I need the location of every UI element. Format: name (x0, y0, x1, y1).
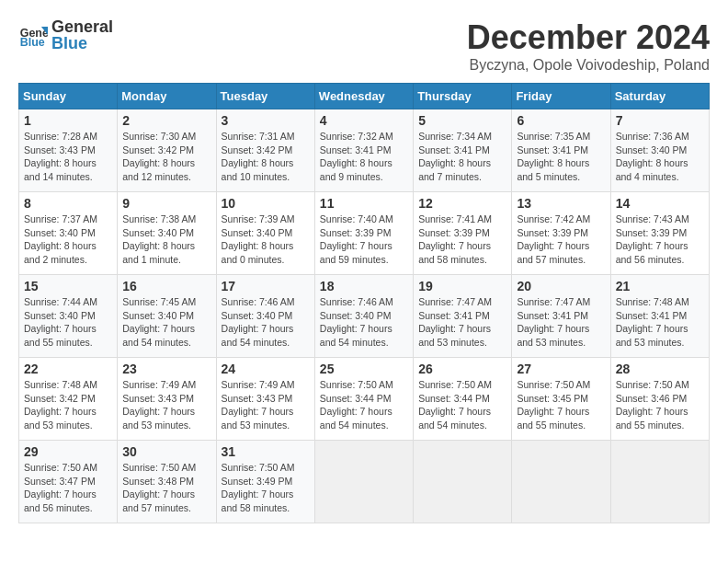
header-day-tuesday: Tuesday (216, 84, 314, 109)
header-day-saturday: Saturday (610, 84, 709, 109)
day-number: 20 (517, 279, 605, 293)
calendar-cell: 23 Sunrise: 7:49 AM Sunset: 3:43 PM Dayl… (118, 358, 216, 441)
calendar-cell (512, 441, 610, 523)
header-day-friday: Friday (512, 84, 610, 109)
day-info: Sunrise: 7:50 AM Sunset: 3:44 PM Dayligh… (320, 378, 408, 432)
day-number: 8 (24, 196, 112, 211)
day-number: 23 (122, 362, 210, 376)
day-number: 27 (517, 362, 605, 376)
day-number: 14 (616, 196, 704, 211)
day-info: Sunrise: 7:35 AM Sunset: 3:41 PM Dayligh… (517, 130, 605, 184)
calendar-cell: 5 Sunrise: 7:34 AM Sunset: 3:41 PM Dayli… (414, 109, 512, 192)
month-title: December 2024 (467, 18, 710, 57)
day-info: Sunrise: 7:43 AM Sunset: 3:39 PM Dayligh… (616, 213, 704, 267)
logo-icon: General Blue (18, 20, 48, 50)
calendar-cell: 28 Sunrise: 7:50 AM Sunset: 3:46 PM Dayl… (610, 358, 709, 441)
day-number: 24 (222, 362, 310, 376)
header-day-wednesday: Wednesday (314, 84, 413, 109)
day-info: Sunrise: 7:50 AM Sunset: 3:46 PM Dayligh… (616, 378, 704, 432)
day-info: Sunrise: 7:37 AM Sunset: 3:40 PM Dayligh… (24, 213, 112, 267)
day-number: 30 (122, 444, 210, 459)
calendar-cell: 10 Sunrise: 7:39 AM Sunset: 3:40 PM Dayl… (216, 192, 314, 275)
day-number: 19 (418, 279, 506, 293)
calendar-cell: 18 Sunrise: 7:46 AM Sunset: 3:40 PM Dayl… (314, 275, 413, 358)
calendar-cell: 2 Sunrise: 7:30 AM Sunset: 3:42 PM Dayli… (118, 109, 216, 192)
day-info: Sunrise: 7:49 AM Sunset: 3:43 PM Dayligh… (222, 378, 310, 432)
week-row-1: 1 Sunrise: 7:28 AM Sunset: 3:43 PM Dayli… (19, 109, 710, 192)
day-info: Sunrise: 7:39 AM Sunset: 3:40 PM Dayligh… (222, 213, 310, 267)
title-block: December 2024 Byczyna, Opole Voivodeship… (467, 18, 710, 74)
day-info: Sunrise: 7:40 AM Sunset: 3:39 PM Dayligh… (320, 213, 408, 267)
header-day-monday: Monday (118, 84, 216, 109)
calendar-cell: 11 Sunrise: 7:40 AM Sunset: 3:39 PM Dayl… (314, 192, 413, 275)
day-number: 17 (222, 279, 310, 293)
calendar-cell: 29 Sunrise: 7:50 AM Sunset: 3:47 PM Dayl… (19, 441, 118, 523)
day-info: Sunrise: 7:38 AM Sunset: 3:40 PM Dayligh… (122, 213, 210, 267)
calendar-cell: 4 Sunrise: 7:32 AM Sunset: 3:41 PM Dayli… (314, 109, 413, 192)
day-number: 25 (320, 362, 408, 376)
calendar-cell: 3 Sunrise: 7:31 AM Sunset: 3:42 PM Dayli… (216, 109, 314, 192)
day-info: Sunrise: 7:50 AM Sunset: 3:47 PM Dayligh… (24, 461, 112, 515)
calendar-cell: 27 Sunrise: 7:50 AM Sunset: 3:45 PM Dayl… (512, 358, 610, 441)
header-day-sunday: Sunday (19, 84, 118, 109)
day-info: Sunrise: 7:34 AM Sunset: 3:41 PM Dayligh… (418, 130, 506, 184)
day-info: Sunrise: 7:30 AM Sunset: 3:42 PM Dayligh… (122, 130, 210, 184)
day-info: Sunrise: 7:48 AM Sunset: 3:42 PM Dayligh… (24, 378, 112, 432)
day-number: 6 (517, 113, 605, 128)
day-number: 1 (24, 113, 112, 128)
day-number: 15 (24, 279, 112, 293)
day-info: Sunrise: 7:31 AM Sunset: 3:42 PM Dayligh… (222, 130, 310, 184)
day-number: 7 (616, 113, 704, 128)
day-info: Sunrise: 7:50 AM Sunset: 3:49 PM Dayligh… (222, 461, 310, 515)
calendar-cell: 7 Sunrise: 7:36 AM Sunset: 3:40 PM Dayli… (610, 109, 709, 192)
logo: General Blue General Blue (18, 18, 113, 52)
day-number: 9 (122, 196, 210, 211)
calendar-cell: 25 Sunrise: 7:50 AM Sunset: 3:44 PM Dayl… (314, 358, 413, 441)
day-info: Sunrise: 7:45 AM Sunset: 3:40 PM Dayligh… (122, 295, 210, 350)
calendar-cell: 24 Sunrise: 7:49 AM Sunset: 3:43 PM Dayl… (216, 358, 314, 441)
calendar-cell: 8 Sunrise: 7:37 AM Sunset: 3:40 PM Dayli… (19, 192, 118, 275)
day-number: 10 (222, 196, 310, 211)
day-info: Sunrise: 7:28 AM Sunset: 3:43 PM Dayligh… (24, 130, 112, 184)
header-day-thursday: Thursday (414, 84, 512, 109)
day-number: 12 (418, 196, 506, 211)
week-row-2: 8 Sunrise: 7:37 AM Sunset: 3:40 PM Dayli… (19, 192, 710, 275)
day-number: 28 (616, 362, 704, 376)
calendar-cell: 16 Sunrise: 7:45 AM Sunset: 3:40 PM Dayl… (118, 275, 216, 358)
day-info: Sunrise: 7:50 AM Sunset: 3:45 PM Dayligh… (517, 378, 605, 432)
calendar-cell (314, 441, 413, 523)
day-number: 3 (222, 113, 310, 128)
week-row-4: 22 Sunrise: 7:48 AM Sunset: 3:42 PM Dayl… (19, 358, 710, 441)
day-number: 16 (122, 279, 210, 293)
day-number: 13 (517, 196, 605, 211)
logo-text: General Blue (51, 18, 113, 52)
calendar-cell: 21 Sunrise: 7:48 AM Sunset: 3:41 PM Dayl… (610, 275, 709, 358)
calendar-cell (610, 441, 709, 523)
header-row: SundayMondayTuesdayWednesdayThursdayFrid… (19, 84, 710, 109)
day-info: Sunrise: 7:49 AM Sunset: 3:43 PM Dayligh… (122, 378, 210, 432)
calendar-cell: 26 Sunrise: 7:50 AM Sunset: 3:44 PM Dayl… (414, 358, 512, 441)
calendar-cell: 14 Sunrise: 7:43 AM Sunset: 3:39 PM Dayl… (610, 192, 709, 275)
day-number: 26 (418, 362, 506, 376)
calendar-cell: 12 Sunrise: 7:41 AM Sunset: 3:39 PM Dayl… (414, 192, 512, 275)
calendar-cell: 1 Sunrise: 7:28 AM Sunset: 3:43 PM Dayli… (19, 109, 118, 192)
day-info: Sunrise: 7:50 AM Sunset: 3:44 PM Dayligh… (418, 378, 506, 432)
calendar-cell: 6 Sunrise: 7:35 AM Sunset: 3:41 PM Dayli… (512, 109, 610, 192)
day-number: 4 (320, 113, 408, 128)
day-number: 11 (320, 196, 408, 211)
day-info: Sunrise: 7:47 AM Sunset: 3:41 PM Dayligh… (418, 295, 506, 350)
day-info: Sunrise: 7:42 AM Sunset: 3:39 PM Dayligh… (517, 213, 605, 267)
week-row-5: 29 Sunrise: 7:50 AM Sunset: 3:47 PM Dayl… (19, 441, 710, 523)
day-info: Sunrise: 7:32 AM Sunset: 3:41 PM Dayligh… (320, 130, 408, 184)
calendar-table: SundayMondayTuesdayWednesdayThursdayFrid… (18, 83, 710, 523)
day-info: Sunrise: 7:47 AM Sunset: 3:41 PM Dayligh… (517, 295, 605, 350)
week-row-3: 15 Sunrise: 7:44 AM Sunset: 3:40 PM Dayl… (19, 275, 710, 358)
day-info: Sunrise: 7:46 AM Sunset: 3:40 PM Dayligh… (222, 295, 310, 350)
day-info: Sunrise: 7:41 AM Sunset: 3:39 PM Dayligh… (418, 213, 506, 267)
day-info: Sunrise: 7:44 AM Sunset: 3:40 PM Dayligh… (24, 295, 112, 350)
day-number: 21 (616, 279, 704, 293)
calendar-cell: 30 Sunrise: 7:50 AM Sunset: 3:48 PM Dayl… (118, 441, 216, 523)
svg-text:Blue: Blue (20, 36, 45, 49)
calendar-cell: 13 Sunrise: 7:42 AM Sunset: 3:39 PM Dayl… (512, 192, 610, 275)
calendar-cell: 31 Sunrise: 7:50 AM Sunset: 3:49 PM Dayl… (216, 441, 314, 523)
